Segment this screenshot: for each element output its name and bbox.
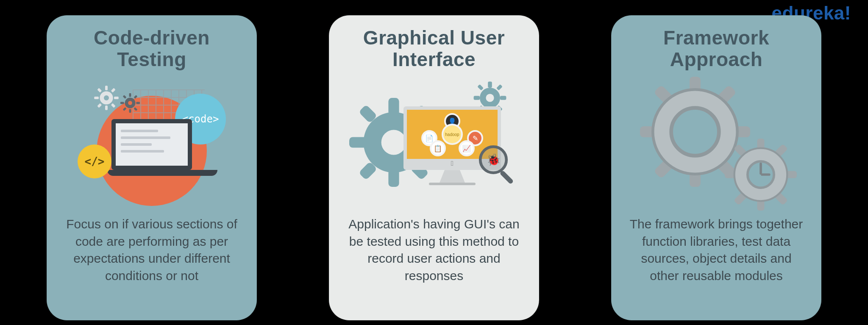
gear-icon bbox=[120, 93, 140, 113]
svg-rect-8 bbox=[111, 103, 116, 108]
svg-rect-7 bbox=[97, 103, 102, 108]
svg-rect-5 bbox=[97, 88, 102, 93]
small-gear-icon bbox=[725, 139, 797, 212]
card-title: Code-driven Testing bbox=[61, 27, 242, 70]
svg-rect-18 bbox=[134, 107, 138, 111]
card-title: Graphical User Interface bbox=[343, 27, 525, 70]
svg-point-29 bbox=[381, 130, 406, 155]
svg-point-39 bbox=[486, 94, 494, 102]
card-title: Framework Approach bbox=[626, 27, 807, 70]
svg-text:🐞: 🐞 bbox=[487, 153, 501, 167]
illustration-coding-laptop: <code> </> bbox=[61, 81, 242, 208]
svg-rect-21 bbox=[388, 98, 399, 116]
html-tag-badge-icon: </> bbox=[78, 144, 111, 178]
illustration-gui-monitor: 👤 📄 ✎ 📋 📈 hadoop  bbox=[343, 81, 525, 208]
svg-rect-33 bbox=[474, 96, 480, 100]
apple-logo-icon:  bbox=[451, 160, 453, 167]
svg-rect-13 bbox=[120, 102, 124, 104]
svg-rect-16 bbox=[134, 95, 138, 99]
svg-rect-35 bbox=[477, 84, 484, 91]
card-description: Application's having GUI's can be tested… bbox=[343, 216, 525, 284]
svg-point-19 bbox=[128, 101, 132, 105]
chart-icon: 📈 bbox=[459, 140, 475, 156]
laptop-icon bbox=[107, 119, 196, 187]
svg-rect-17 bbox=[123, 107, 127, 111]
svg-rect-31 bbox=[488, 82, 492, 88]
illustration-gears bbox=[626, 81, 807, 208]
svg-rect-6 bbox=[111, 88, 116, 93]
card-code-driven-testing: Code-driven Testing bbox=[47, 15, 257, 320]
card-graphical-user-interface: Graphical User Interface bbox=[329, 15, 539, 320]
diagram-canvas: edureka! Code-driven Testing bbox=[0, 0, 868, 325]
card-row: Code-driven Testing bbox=[47, 15, 821, 320]
svg-rect-12 bbox=[129, 109, 131, 113]
hub-center-icon: hadoop bbox=[442, 124, 463, 145]
svg-rect-2 bbox=[105, 106, 108, 110]
svg-rect-67 bbox=[760, 163, 762, 175]
svg-rect-3 bbox=[94, 97, 99, 99]
svg-rect-34 bbox=[500, 96, 506, 100]
svg-rect-11 bbox=[129, 93, 131, 97]
svg-rect-14 bbox=[136, 102, 140, 104]
svg-rect-41 bbox=[499, 170, 514, 184]
card-description: The framework brings together function l… bbox=[626, 216, 807, 284]
svg-rect-4 bbox=[114, 97, 119, 99]
gear-icon bbox=[94, 85, 119, 111]
svg-rect-68 bbox=[761, 173, 771, 176]
svg-rect-15 bbox=[123, 95, 127, 99]
svg-point-9 bbox=[104, 95, 109, 100]
magnifying-glass-icon: 🐞 bbox=[475, 141, 521, 189]
clipboard-icon: 📋 bbox=[430, 140, 446, 156]
card-framework-approach: Framework Approach bbox=[611, 15, 821, 320]
svg-rect-1 bbox=[105, 86, 108, 90]
svg-rect-22 bbox=[388, 169, 399, 187]
svg-rect-36 bbox=[496, 84, 503, 91]
svg-rect-23 bbox=[349, 137, 367, 148]
card-description: Focus on if various sections of code are… bbox=[61, 216, 242, 284]
